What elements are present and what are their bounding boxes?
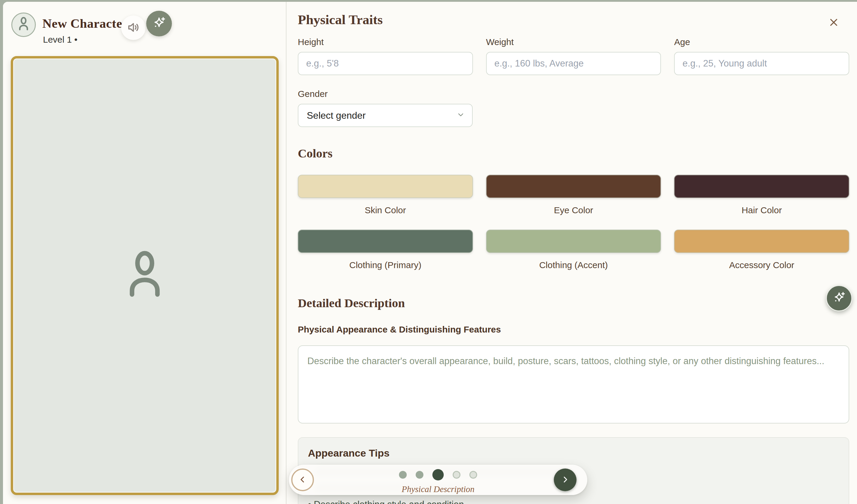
- close-button[interactable]: [827, 16, 841, 30]
- carousel-dot[interactable]: [416, 471, 423, 479]
- gender-label: Gender: [298, 89, 473, 99]
- gender-select[interactable]: Select gender: [298, 104, 473, 127]
- appearance-tips-title: Appearance Tips: [308, 448, 839, 458]
- character-portrait-placeholder: [11, 56, 279, 495]
- skin-color-swatch[interactable]: [298, 175, 473, 198]
- carousel-indicator: Physical Description: [399, 469, 477, 494]
- carousel-dot[interactable]: [453, 471, 460, 479]
- close-icon: [829, 17, 839, 28]
- clothing-primary-swatch[interactable]: [298, 230, 473, 253]
- detailed-description-title: Detailed Description: [298, 296, 849, 310]
- character-level: Level 1 •: [43, 35, 78, 45]
- previous-section-button[interactable]: [291, 469, 314, 491]
- clothing-accent-label: Clothing (Accent): [486, 260, 661, 270]
- character-summary-panel: New Character Level 1 •: [3, 2, 286, 504]
- volume-icon: [127, 21, 140, 35]
- gender-field-group: Gender Select gender: [298, 89, 473, 127]
- weight-label: Weight: [486, 37, 661, 47]
- chevron-left-icon: [298, 475, 307, 485]
- eye-color-swatch[interactable]: [486, 175, 661, 198]
- colors-section-title: Colors: [298, 146, 849, 160]
- age-label: Age: [674, 37, 849, 47]
- person-placeholder-icon: [122, 250, 167, 301]
- skin-color-group: Skin Color: [298, 175, 473, 215]
- sparkles-icon: [152, 16, 167, 32]
- eye-color-label: Eye Color: [486, 205, 661, 215]
- clothing-accent-group: Clothing (Accent): [486, 230, 661, 270]
- height-field-group: Height: [298, 37, 473, 75]
- carousel-dot[interactable]: [469, 471, 477, 479]
- physical-traits-panel: Physical Traits Height Weight Age: [286, 2, 857, 504]
- eye-color-group: Eye Color: [486, 175, 661, 215]
- clothing-primary-group: Clothing (Primary): [298, 230, 473, 270]
- avatar: [11, 13, 36, 37]
- carousel-dot-active[interactable]: [432, 469, 444, 481]
- height-label: Height: [298, 37, 473, 47]
- chevron-right-icon: [561, 475, 570, 485]
- age-field-group: Age: [674, 37, 849, 75]
- age-input[interactable]: [674, 52, 849, 75]
- clothing-primary-label: Clothing (Primary): [298, 260, 473, 270]
- chevron-down-icon: [456, 111, 465, 120]
- next-section-button[interactable]: [554, 469, 576, 491]
- hair-color-swatch[interactable]: [674, 175, 849, 198]
- traits-fields-row: Height Weight Age: [298, 37, 849, 75]
- accessory-color-label: Accessory Color: [674, 260, 849, 270]
- skin-color-label: Skin Color: [298, 205, 473, 215]
- hair-color-label: Hair Color: [674, 205, 849, 215]
- appearance-description-textarea[interactable]: [298, 345, 849, 423]
- carousel-dot[interactable]: [399, 471, 407, 479]
- gender-select-value: Select gender: [307, 110, 366, 121]
- carousel-dots: [399, 469, 477, 481]
- sparkles-icon: [832, 291, 846, 306]
- section-carousel-bar: Physical Description: [289, 465, 587, 495]
- carousel-section-label: Physical Description: [402, 484, 474, 494]
- voice-button[interactable]: [121, 16, 146, 40]
- character-name: New Character: [43, 16, 128, 31]
- person-icon: [17, 17, 30, 33]
- hair-color-group: Hair Color: [674, 175, 849, 215]
- ai-generate-description-button[interactable]: [826, 285, 852, 311]
- clothing-accent-swatch[interactable]: [486, 230, 661, 253]
- appearance-field-label: Physical Appearance & Distinguishing Fea…: [298, 325, 849, 334]
- color-swatch-grid: Skin Color Eye Color Hair Color Clothing…: [298, 175, 849, 270]
- character-editor-window: New Character Level 1 •: [3, 2, 857, 504]
- accessory-color-group: Accessory Color: [674, 230, 849, 270]
- accessory-color-swatch[interactable]: [674, 230, 849, 253]
- generate-character-button[interactable]: [146, 11, 172, 36]
- panel-title: Physical Traits: [298, 12, 849, 28]
- tip-item: • Describe clothing style and condition: [308, 499, 839, 504]
- weight-field-group: Weight: [486, 37, 661, 75]
- weight-input[interactable]: [486, 52, 661, 75]
- height-input[interactable]: [298, 52, 473, 75]
